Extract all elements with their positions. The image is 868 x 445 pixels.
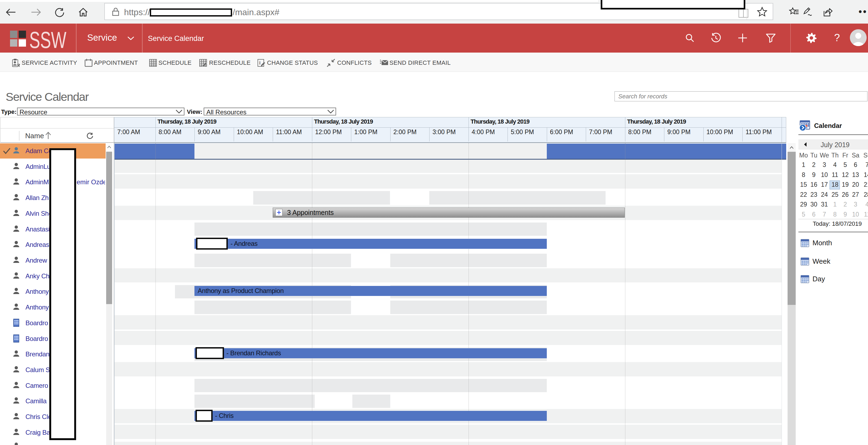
svg-text:i: i xyxy=(259,60,260,66)
